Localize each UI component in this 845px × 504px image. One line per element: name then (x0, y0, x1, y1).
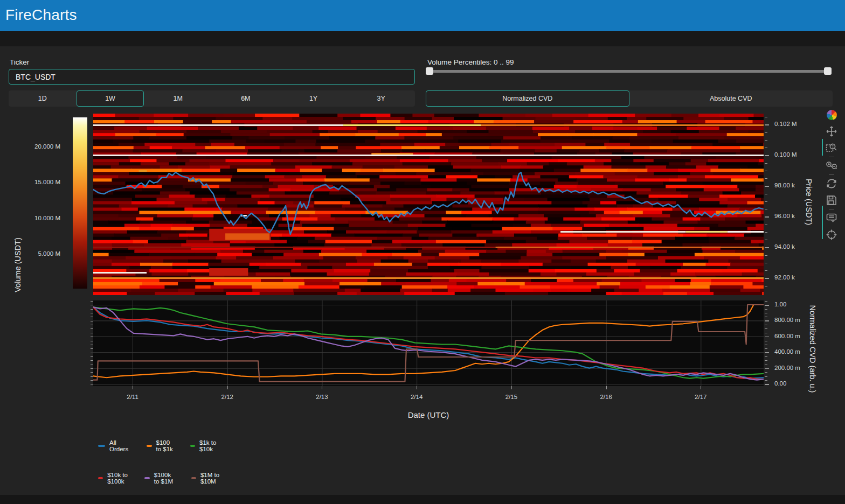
modebar-active-indicator-zoom (822, 139, 823, 156)
app-title: FireCharts (5, 6, 77, 24)
legend-item-all-orders[interactable]: All Orders (98, 439, 130, 452)
cvd-line-plot[interactable] (93, 300, 764, 386)
autoscale-icon[interactable] (826, 178, 837, 190)
chart-modebar (823, 109, 840, 241)
timeframe-button-1w[interactable]: 1W (77, 90, 144, 107)
axis-tick-mark (765, 171, 767, 171)
timeframe-button-1y[interactable]: 1Y (280, 90, 348, 107)
axis-tick-mark (91, 313, 93, 313)
axis-tick-mark (765, 270, 767, 271)
cvd-tick-label: 800.00 m (774, 317, 800, 323)
axis-tick-mark (765, 365, 767, 365)
axis-tick-mark (91, 376, 93, 377)
axis-tick-mark (765, 341, 767, 341)
axis-tick-mark (91, 337, 93, 337)
axis-tick-mark (91, 368, 93, 369)
price-tick-label: 0.102 M (774, 121, 797, 127)
legend-label: $100 to $1k (156, 439, 174, 452)
axis-tick-mark (765, 186, 767, 186)
legend-swatch (191, 477, 196, 479)
axis-tick-mark (765, 325, 767, 325)
axis-tick-mark (91, 301, 93, 302)
date-tick-label: 2/11 (127, 394, 138, 400)
axis-tick-mark (91, 348, 93, 349)
timeframe-button-6m[interactable]: 6M (212, 90, 280, 107)
axis-tick-mark (765, 356, 767, 357)
cvd-tick-label: 400.00 m (774, 348, 800, 355)
axis-tick-mark (765, 348, 767, 349)
bottom-strip (0, 495, 845, 504)
volume-tick-label: 10.000 M (20, 215, 60, 221)
legend-label: $100k to $1M (154, 472, 175, 485)
axis-tick-mark (765, 216, 767, 217)
legend-swatch (190, 445, 195, 447)
axis-tick-mark (765, 225, 767, 225)
legend-item--1m-to-10m[interactable]: $1M to $10M (191, 472, 220, 485)
axis-tick-mark (765, 353, 767, 353)
date-tick-label: 2/13 (316, 394, 328, 400)
crosshair-icon[interactable] (826, 229, 837, 241)
firecharts-app: FireCharts Ticker 1D1W1M6M1Y3Y Volume Pe… (0, 0, 845, 504)
zoom-in-out-icon[interactable] (826, 160, 837, 172)
axis-tick-mark (765, 360, 767, 361)
box-zoom-icon[interactable] (826, 142, 837, 154)
axis-tick-mark (765, 278, 767, 278)
modebar-separator (829, 209, 834, 209)
axis-tick-mark (765, 209, 767, 209)
timeframe-button-1m[interactable]: 1M (144, 90, 212, 107)
legend-item--100k-to-1m[interactable]: $100k to $1M (144, 472, 175, 485)
axis-tick-mark (91, 353, 93, 353)
x-axis-title: Date (UTC) (408, 410, 449, 419)
axis-tick-mark (91, 365, 93, 365)
axis-tick-mark (765, 380, 767, 381)
app-header: FireCharts (0, 0, 845, 31)
axis-tick-mark (91, 309, 93, 310)
legend-swatch (98, 445, 105, 447)
slider-track[interactable] (426, 70, 832, 73)
axis-tick-mark (91, 305, 93, 305)
hover-tooltip-icon[interactable] (826, 212, 837, 224)
slider-handle-high[interactable] (824, 67, 832, 75)
volume-heatmap-plot[interactable] (93, 114, 764, 295)
legend-item--100-to-1k[interactable]: $100 to $1k (147, 439, 174, 452)
timeframe-button-group: 1D1W1M6M1Y3Y (9, 90, 415, 107)
axis-tick-mark (91, 325, 93, 325)
price-tick-label: 98.00 k (774, 182, 795, 188)
axis-tick-mark (765, 313, 767, 313)
axis-tick-mark (133, 386, 133, 389)
cvd-mode-button-normalized-cvd[interactable]: Normalized CVD (426, 90, 629, 107)
volume-tick-label: 20.000 M (20, 143, 60, 150)
save-icon[interactable] (826, 194, 837, 206)
axis-tick-mark (765, 117, 767, 117)
axis-tick-mark (765, 140, 767, 141)
legend-swatch (144, 477, 149, 479)
axis-tick-mark (765, 163, 767, 164)
pan-icon[interactable] (826, 125, 837, 137)
cvd-mode-button-absolute-cvd[interactable]: Absolute CVD (629, 90, 833, 107)
axis-tick-mark (765, 368, 767, 369)
legend-item--10k-to-100k[interactable]: $10k to $100k (98, 472, 128, 485)
slider-handle-low[interactable] (426, 67, 433, 75)
ticker-input[interactable] (9, 69, 415, 85)
axis-tick-mark (765, 124, 767, 125)
cvd-tick-label: 1.00 (774, 301, 786, 307)
volume-percentile-slider[interactable] (426, 67, 832, 75)
volume-colorbar (73, 117, 87, 289)
axis-tick-mark (765, 309, 767, 310)
timeframe-button-3y[interactable]: 3Y (347, 90, 415, 107)
axis-tick-mark (765, 132, 767, 133)
axis-tick-mark (322, 386, 322, 389)
timeframe-button-1d[interactable]: 1D (9, 90, 77, 107)
plotly-logo-icon (826, 109, 837, 121)
price-tick-label: 0.100 M (774, 151, 797, 158)
axis-tick-mark (765, 148, 767, 148)
date-tick-label: 2/14 (411, 394, 422, 400)
axis-tick-mark (765, 247, 767, 248)
modebar-active-indicator-hover (822, 206, 823, 239)
axis-tick-mark (765, 263, 767, 263)
legend-swatch (147, 445, 151, 447)
axis-tick-mark (91, 333, 93, 333)
modebar-separator (829, 174, 834, 175)
price-tick-label: 96.00 k (774, 213, 795, 219)
legend-item--1k-to-10k[interactable]: $1k to $10k (190, 439, 217, 452)
